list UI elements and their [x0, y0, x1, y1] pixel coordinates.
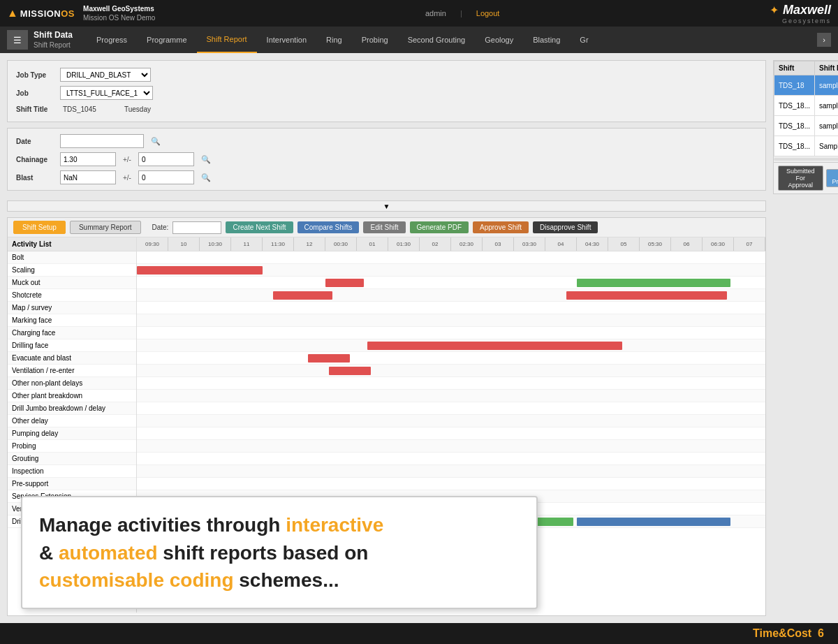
- gantt-row-bolt: Bolt: [8, 251, 136, 264]
- cell-shift: TDS_18...: [774, 136, 815, 156]
- table-row[interactable]: TDS_18 sample01 03-07-2018 1.3 Checked F…: [774, 75, 839, 96]
- timeline-06: 06: [671, 237, 703, 251]
- gantt-row-shotcrete-chart: [137, 289, 765, 302]
- timeline-0130: 01:30: [388, 237, 420, 251]
- nav-brand-icon: ☰: [7, 30, 28, 50]
- gantt-row-grouting-chart: [137, 453, 765, 465]
- nav-item-gr[interactable]: Gr: [570, 27, 598, 53]
- mission-os-logo: ▲ MISSIONOS: [7, 7, 75, 20]
- job-type-row: Job Type DRILL_AND_BLAST: [16, 68, 757, 82]
- logout-link[interactable]: Logout: [476, 9, 500, 17]
- gantt-timeline-header: 09:30 10 10:30 11 11:30 12 00:30 01 01:3…: [137, 237, 765, 251]
- date-input[interactable]: [60, 134, 144, 148]
- gantt-row-mapsurvey-chart: [137, 302, 765, 314]
- timeline-12: 12: [294, 237, 325, 251]
- col-shift: Shift: [774, 61, 815, 75]
- header-right: ✦ Maxwell Geosystems: [770, 3, 831, 24]
- timeline-1030: 10:30: [200, 237, 231, 251]
- overlay-box: Manage activities through interactive & …: [21, 496, 538, 609]
- timeline-10: 10: [168, 237, 200, 251]
- nav-brand: ☰ Shift Data Shift Report: [7, 30, 73, 50]
- gantt-row-drillingface-chart: [137, 339, 765, 352]
- shift-title-row: Shift Title TDS_1045 Tuesday: [16, 104, 757, 115]
- create-next-shift-btn[interactable]: Create Next Shift: [226, 221, 293, 233]
- job-row: Job LTTS1_FULL_FACE_1: [16, 86, 757, 100]
- gantt-row-pumpingdelay: Pumping delay: [8, 427, 136, 440]
- job-type-select[interactable]: DRILL_AND_BLAST: [60, 68, 151, 82]
- nav-next-arrow[interactable]: ›: [817, 33, 831, 47]
- edit-shift-btn[interactable]: Edit Shift: [363, 221, 405, 233]
- chainage-input[interactable]: [60, 152, 116, 166]
- cell-name: sample01: [815, 75, 838, 96]
- summary-report-tab[interactable]: Summary Report: [70, 221, 141, 234]
- gantt-row-presupport-chart: [137, 478, 765, 490]
- nav-item-shiftreport[interactable]: Shift Report: [197, 27, 257, 53]
- gantt-row-bolt-chart: [137, 251, 765, 264]
- date-search-icon[interactable]: 🔍: [151, 137, 161, 146]
- compare-shifts-btn[interactable]: Compare Shifts: [297, 221, 360, 233]
- scaling-bar-1: [137, 266, 263, 275]
- approve-shift-btn[interactable]: Approve Shift: [473, 221, 529, 233]
- nav-item-probing[interactable]: Probing: [352, 27, 398, 53]
- nav-item-intervention[interactable]: Intervention: [257, 27, 316, 53]
- collapse-bar[interactable]: ▼: [7, 200, 766, 212]
- gantt-row-shotcrete: Shotcrete: [8, 289, 136, 302]
- bottom-bar: Time&Cost 6: [0, 623, 838, 644]
- timeline-07: 07: [734, 237, 765, 251]
- gantt-row-scaling-chart: [137, 264, 765, 277]
- timeline-04: 04: [545, 237, 577, 251]
- cell-name: sample06072018N: [815, 116, 838, 136]
- gantt-row-otherdelay-chart: [137, 415, 765, 427]
- cell-name: Sample08072018: [815, 136, 838, 156]
- gantt-rows: [137, 251, 765, 528]
- shift-table: Shift Shift Name Date Chainage Blast Sta…: [774, 61, 838, 156]
- shift-setup-tab[interactable]: Shift Setup: [13, 221, 66, 234]
- gantt-activity-header: Activity List: [8, 237, 136, 251]
- blast-plusminus: +/-: [123, 174, 131, 182]
- blast-input[interactable]: [60, 170, 116, 184]
- nav-item-programme[interactable]: Programme: [137, 27, 196, 53]
- nav-items: Progress Programme Shift Report Interven…: [87, 27, 817, 53]
- maxwell-logo: ✦ Maxwell Geosystems: [770, 3, 831, 24]
- timeline-0530: 05:30: [640, 237, 671, 251]
- top-header: ▲ MISSIONOS Maxwell GeoSystems Mission O…: [0, 0, 838, 27]
- blast-label: Blast: [16, 174, 54, 182]
- form-section: Job Type DRILL_AND_BLAST Job LTTS1_FULL_…: [7, 60, 766, 122]
- timeline-03: 03: [483, 237, 514, 251]
- nav-item-secondgrouting[interactable]: Second Grouting: [398, 27, 476, 53]
- gantt-row-vent-chart: [137, 365, 765, 377]
- timeline-02: 02: [420, 237, 451, 251]
- job-select[interactable]: LTTS1_FULL_FACE_1: [60, 86, 153, 100]
- gantt-row-muckout-chart: [137, 277, 765, 289]
- blast-search-icon[interactable]: 🔍: [201, 173, 211, 182]
- gantt-row-markingface-chart: [137, 314, 765, 327]
- submitted-approval-btn[interactable]: Submitted For Approval: [778, 166, 823, 191]
- table-row[interactable]: TDS_18... Sample08072018 08-07-2018 5 Ch…: [774, 136, 839, 156]
- nav-item-ring[interactable]: Ring: [316, 27, 352, 53]
- disapprove-shift-btn[interactable]: Disapprove Shift: [533, 221, 598, 233]
- generate-pdf-btn[interactable]: Generate PDF: [410, 221, 469, 233]
- timeline-01: 01: [357, 237, 388, 251]
- chainage-plusminus: +/-: [123, 156, 131, 163]
- shift-day-value: Tuesday: [122, 104, 177, 115]
- gantt-row-evacuateblast: Evacuate and blast: [8, 352, 136, 365]
- blast-tol-input[interactable]: [138, 170, 194, 184]
- drillingface-bar-1: [367, 342, 622, 350]
- gantt-date-input[interactable]: [172, 221, 221, 234]
- chainage-search-icon[interactable]: 🔍: [201, 155, 211, 164]
- shift-table-container: Shift Shift Name Date Chainage Blast Sta…: [773, 60, 838, 163]
- table-row[interactable]: TDS_18... sample09072018 09-07-2018 5 Ch…: [774, 96, 839, 116]
- nav-item-geology[interactable]: Geology: [475, 27, 523, 53]
- gantt-row-evacuate-chart: [137, 352, 765, 365]
- right-panel: Shift Shift Name Date Chainage Blast Sta…: [773, 60, 838, 616]
- gantt-row-drilljumbo: Drill Jumbo breakdown / delay: [8, 402, 136, 415]
- gantt-toolbar: Shift Setup Summary Report Date: Create …: [8, 218, 765, 237]
- nav-item-progress[interactable]: Progress: [87, 27, 137, 53]
- in-progress-btn[interactable]: In Progress: [826, 169, 838, 187]
- blast-row: Blast +/- 🔍: [16, 170, 757, 184]
- table-row[interactable]: TDS_18... sample06072018N 06-07-2018 3.3…: [774, 116, 839, 136]
- table-scrollbar[interactable]: [774, 156, 838, 162]
- gantt-row-probing: Probing: [8, 440, 136, 453]
- nav-item-blasting[interactable]: Blasting: [523, 27, 570, 53]
- chainage-tol-input[interactable]: [138, 152, 194, 166]
